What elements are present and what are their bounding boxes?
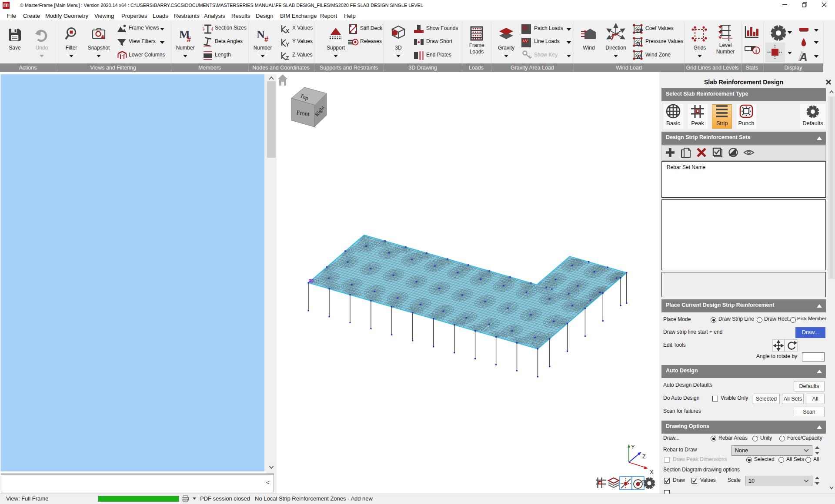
- svg-text:X: X: [650, 469, 654, 475]
- svg-text:Z: Z: [642, 453, 646, 460]
- svg-text:Y: Y: [631, 444, 635, 450]
